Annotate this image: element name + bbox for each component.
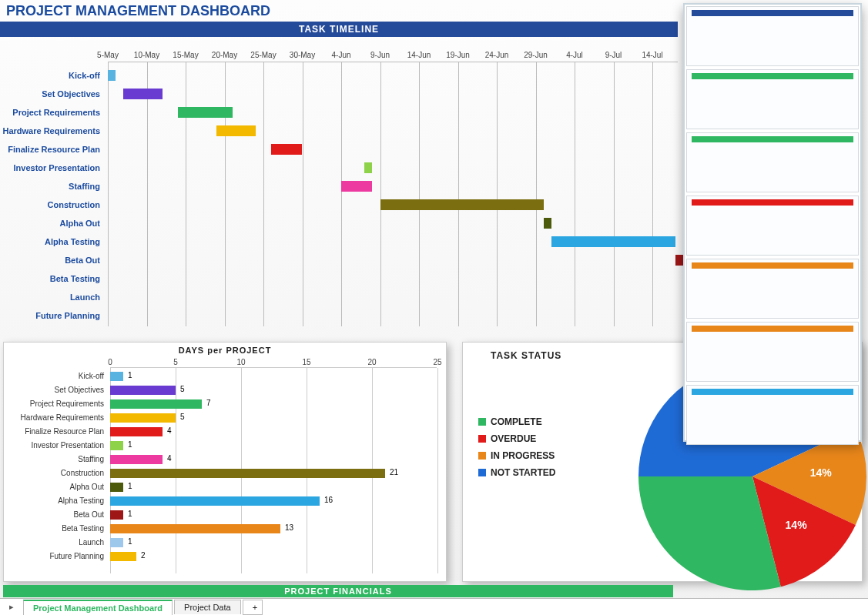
tab-dashboard[interactable]: Project Management Dashboard [23,600,173,615]
days-value: 1 [128,371,132,379]
gantt-xtick: 14-Jun [407,51,431,59]
gantt-xtick: 4-Jul [566,51,583,59]
days-row-label: Construction [4,469,104,477]
thumbnail[interactable] [686,196,859,256]
thumbnail[interactable] [686,69,859,129]
thumbnail[interactable] [686,322,859,382]
days-value: 4 [167,426,172,435]
gantt-task-label: Finalize Resource Plan [0,145,100,154]
days-row-label: Beta Out [4,510,104,519]
days-value: 1 [128,440,132,449]
gantt-task-label: Kick-off [0,71,100,80]
sheet-tabs[interactable]: ▸ Project Management Dashboard Project D… [0,598,868,615]
gantt-bar [675,255,683,266]
days-xtick: 10 [236,358,245,366]
timeline-band: TASK TIMELINE [0,22,678,37]
days-bar [110,399,202,409]
days-value: 4 [167,454,172,463]
days-value: 5 [180,413,185,421]
days-row-label: Staffing [4,455,104,463]
gantt-task-label: Launch [0,292,100,302]
gantt-task-label: Project Requirements [0,108,100,117]
days-xtick: 20 [367,358,376,366]
gantt-bar [551,236,676,247]
gantt-task-label: Alpha Testing [0,237,100,246]
days-bar [110,469,385,478]
days-per-project-chart: DAYS per PROJECT 0510152025 Kick-off1Set… [3,342,447,582]
days-bar [110,455,163,464]
thumbnail[interactable] [686,6,859,66]
legend-label: COMPLETE [491,416,542,427]
days-xtick: 25 [433,358,441,366]
thumbnail[interactable] [686,385,859,445]
days-bar [110,552,136,561]
gantt-task-label: Beta Testing [0,274,100,283]
gantt-task-label: Set Objectives [0,89,100,99]
days-value: 5 [180,385,185,393]
legend-swatch [478,469,486,476]
gantt-bar [216,125,256,136]
days-value: 2 [141,551,146,560]
days-title: DAYS per PROJECT [4,346,446,355]
thumbnail[interactable] [686,259,859,319]
days-value: 16 [324,496,333,504]
days-bar [110,483,123,492]
gantt-xtick: 9-Jun [370,51,390,59]
tab-add[interactable]: + [243,600,263,615]
gantt-xtick: 5-May [97,51,119,59]
days-bar [110,372,123,381]
gantt-xtick: 29-Jun [524,51,548,59]
days-row-label: Alpha Out [4,483,104,491]
legend-label: NOT STARTED [491,467,555,478]
tab-project-data[interactable]: Project Data [174,600,241,614]
days-bar [110,538,123,547]
gantt-bar [364,162,372,173]
gantt-bar [380,199,544,210]
days-row-label: Launch [4,538,104,546]
gantt-task-label: Staffing [0,182,100,191]
gantt-bar [544,218,551,229]
nav-thumbnails[interactable] [683,3,862,442]
days-bar [110,441,123,450]
days-row-label: Kick-off [4,372,104,380]
legend-item: OVERDUE [478,430,555,447]
gantt-bar [108,70,116,81]
days-bar [110,386,176,395]
gantt-xtick: 20-May [212,51,237,59]
days-row-label: Finalize Resource Plan [4,427,104,436]
days-row-label: Future Planning [4,552,104,560]
days-value: 1 [128,482,132,490]
days-xtick: 5 [173,358,178,366]
days-bar [110,524,280,533]
gantt-xtick: 15-May [173,51,198,59]
financials-band: PROJECT FINANCIALS [3,585,673,597]
days-row-label: Set Objectives [4,386,104,394]
days-value: 21 [390,468,398,476]
days-xtick: 0 [108,358,112,366]
days-row-label: Investor Presentation [4,441,104,450]
gantt-chart: 5-May10-May15-May20-May25-May30-May4-Jun… [0,37,678,334]
gantt-xtick: 24-Jun [485,51,509,59]
gantt-bar [123,89,163,99]
legend-item: NOT STARTED [478,464,555,481]
days-bar [110,427,163,436]
pie-label: 14% [786,519,808,531]
legend-item: COMPLETE [478,413,555,430]
days-row-label: Hardware Requirements [4,413,104,422]
gantt-xtick: 4-Jun [331,51,350,59]
legend-label: IN PROGRESS [491,450,555,461]
days-row-label: Project Requirements [4,399,104,408]
days-value: 7 [206,399,211,407]
gantt-bar [178,107,233,118]
days-bar [110,510,123,520]
status-title: TASK STATUS [491,350,561,361]
days-value: 1 [128,510,132,518]
legend-swatch [478,452,486,460]
gantt-xtick: 10-May [134,51,159,59]
gantt-xtick: 14-Jul [642,51,662,59]
thumbnail[interactable] [686,132,859,192]
tabs-prev-icon[interactable]: ▸ [0,602,23,612]
gantt-task-label: Future Planning [0,311,100,320]
page-title: PROJECT MANAGEMENT DASHBOARD [6,3,270,19]
legend-swatch [478,418,486,426]
